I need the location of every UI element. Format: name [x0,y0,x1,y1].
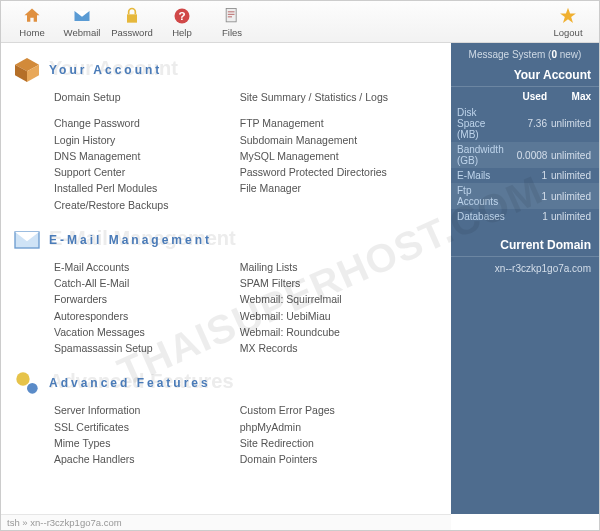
link-item[interactable]: Forwarders [54,291,240,307]
link-item[interactable]: Catch-All E-Mail [54,275,240,291]
main-panel: Your Account Your Account Domain SetupCh… [1,43,451,514]
section-account: Your Account Your Account Domain SetupCh… [9,53,441,213]
link-item[interactable]: Autoresponders [54,308,240,324]
toolbar-help[interactable]: Help [157,2,207,42]
link-item[interactable]: MySQL Management [240,148,426,164]
help-icon [172,6,192,26]
usage-row: Bandwidth (GB)0.0008unlimited [451,142,599,168]
usage-row: Databases1unlimited [451,209,599,224]
side-title-account: Your Account [451,68,599,87]
link-item[interactable]: E-Mail Accounts [54,259,240,275]
link-item[interactable]: Password Protected Directories [240,164,426,180]
toolbar-password[interactable]: Password [107,2,157,42]
usage-label[interactable]: Disk Space (MB) [457,107,503,140]
link-item[interactable]: SSL Certificates [54,419,240,435]
link-item[interactable]: SPAM Filters [240,275,426,291]
link-item[interactable]: Support Center [54,164,240,180]
files-icon [222,6,242,26]
usage-row: Ftp Accounts1unlimited [451,183,599,209]
toolbar-webmail[interactable]: Webmail [57,2,107,42]
breadcrumb-root[interactable]: tsh [7,517,20,528]
link-item[interactable]: Site Summary / Statistics / Logs [240,89,426,105]
link-item[interactable]: Apache Handlers [54,451,240,467]
email-icon [9,223,45,257]
section-email: E-Mail Management E-Mail Management E-Ma… [9,223,441,357]
link-item[interactable]: Vacation Messages [54,324,240,340]
link-item[interactable]: Custom Error Pages [240,402,426,418]
toolbar-label: Help [172,27,192,38]
section-advanced: Advanced Features Advanced Features Serv… [9,366,441,467]
usage-row: Disk Space (MB)7.36unlimited [451,105,599,142]
usage-row: E-Mails1unlimited [451,168,599,183]
link-item[interactable]: phpMyAdmin [240,419,426,435]
link-item[interactable]: Webmail: Squirrelmail [240,291,426,307]
usage-label[interactable]: Ftp Accounts [457,185,503,207]
toolbar-files[interactable]: Files [207,2,257,42]
link-item[interactable]: FTP Management [240,115,426,131]
toolbar-label: Webmail [64,27,101,38]
link-item[interactable]: Installed Perl Modules [54,180,240,196]
link-item[interactable]: Subdomain Management [240,132,426,148]
link-item[interactable]: Mailing Lists [240,259,426,275]
toolbar-label: Password [111,27,153,38]
usage-label[interactable]: Bandwidth (GB) [457,144,504,166]
home-icon [22,6,42,26]
current-domain-value[interactable]: xn--r3czkp1go7a.com [451,257,599,274]
link-item[interactable]: Domain Setup [54,89,240,105]
section-title: Your Account [49,63,162,77]
link-item[interactable]: Spamassassin Setup [54,340,240,356]
link-item[interactable]: Webmail: UebiMiau [240,308,426,324]
message-system[interactable]: Message System (0 new) [451,49,599,60]
link-item[interactable]: Login History [54,132,240,148]
toolbar-home[interactable]: Home [7,2,57,42]
account-icon [9,53,45,87]
sidebar: Message System (0 new) Your Account Used… [451,43,599,514]
toolbar: Home Webmail Password Help Files Logout [1,1,599,43]
side-title-domain: Current Domain [451,238,599,257]
breadcrumb-domain[interactable]: xn--r3czkp1go7a.com [30,517,121,528]
section-title: Advanced Features [49,376,211,390]
col-max: Max [547,91,591,102]
link-item[interactable]: Domain Pointers [240,451,426,467]
link-item[interactable]: Mime Types [54,435,240,451]
toolbar-label: Logout [553,27,582,38]
section-title: E-Mail Management [49,233,212,247]
link-item[interactable]: MX Records [240,340,426,356]
star-icon [558,6,578,26]
mail-icon [72,6,92,26]
logout-button[interactable]: Logout [543,2,593,42]
toolbar-label: Files [222,27,242,38]
link-item[interactable]: Webmail: Roundcube [240,324,426,340]
lock-icon [122,6,142,26]
link-item[interactable]: File Manager [240,180,426,196]
link-item[interactable]: Site Redirection [240,435,426,451]
breadcrumb: tsh » xn--r3czkp1go7a.com [1,514,451,530]
advanced-icon [9,366,45,400]
link-item[interactable]: DNS Management [54,148,240,164]
link-item[interactable]: Create/Restore Backups [54,197,240,213]
toolbar-label: Home [19,27,44,38]
col-used: Used [503,91,547,102]
link-item[interactable]: Server Information [54,402,240,418]
usage-label[interactable]: Databases [457,211,505,222]
usage-label[interactable]: E-Mails [457,170,503,181]
link-item[interactable]: Change Password [54,115,240,131]
